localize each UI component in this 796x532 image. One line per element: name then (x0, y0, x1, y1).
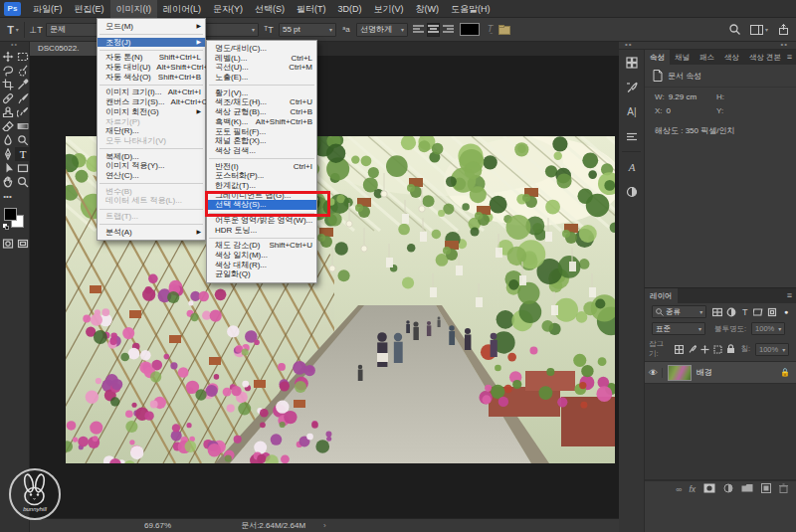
adjust-submenu-item-24[interactable]: 색상 대체(R)... (207, 261, 316, 270)
image-menu-item-13[interactable]: 모두 나타내기(V) (98, 136, 205, 146)
image-menu-item-0[interactable]: 모드(M)▶ (98, 22, 205, 32)
tab-layers[interactable]: 레이어 (645, 288, 678, 303)
link-layers-icon[interactable]: ∞ (676, 484, 681, 494)
menubar-item-9[interactable]: 창(W) (410, 0, 446, 18)
image-menu-item-24[interactable]: 분석(A)▶ (98, 228, 205, 238)
new-adjustment-layer-icon[interactable] (723, 483, 733, 495)
align-left-button[interactable] (412, 23, 425, 37)
menubar-item-6[interactable]: 필터(T) (291, 0, 332, 18)
image-menu-item-20[interactable]: 데이터 세트 적용(L)... (98, 196, 205, 206)
screen-mode-icon[interactable] (15, 237, 30, 251)
adjust-submenu-item-17[interactable]: 선택 색상(S)... (207, 200, 316, 210)
layer-thumbnail[interactable] (668, 365, 692, 381)
fill-select[interactable]: 100%▾ (755, 343, 789, 356)
zoom-tool[interactable] (15, 175, 30, 189)
default-colors-icon[interactable] (3, 224, 10, 231)
shape-tool[interactable] (15, 161, 30, 175)
image-menu-item-5[interactable]: 자동 대비(U)Alt+Shift+Ctrl+L (98, 63, 205, 73)
lock-pixels-icon[interactable] (687, 343, 697, 355)
tab-2-properties-group[interactable]: 패스 (695, 50, 719, 65)
image-menu-item-15[interactable]: 복제(D)... (98, 152, 205, 162)
adjust-submenu-item-8[interactable]: 흑백(K)...Alt+Shift+Ctrl+B (207, 117, 316, 127)
filter-pixel-layers-icon[interactable] (711, 306, 723, 318)
layers-panel-menu-icon[interactable]: ≡ (787, 288, 796, 303)
adjust-submenu-item-22[interactable]: 채도 감소(D)Shift+Ctrl+U (207, 241, 316, 251)
menubar-item-8[interactable]: 보기(V) (368, 0, 410, 18)
image-menu-item-19[interactable]: 변수(B) (98, 187, 205, 197)
history-brush-tool[interactable] (15, 105, 30, 119)
brush-settings-panel-icon[interactable] (619, 75, 645, 99)
x-value[interactable]: 0 (667, 106, 671, 115)
foreground-color-swatch[interactable] (4, 208, 17, 221)
blur-tool[interactable] (0, 133, 15, 147)
adjust-submenu-item-13[interactable]: 반전(I)Ctrl+I (207, 162, 316, 172)
layer-effects-icon[interactable]: fx (689, 484, 696, 494)
image-menu-item-11[interactable]: 자르기(P) (98, 117, 205, 127)
menubar-item-0[interactable]: 파일(F) (27, 0, 69, 18)
tab-1-properties-group[interactable]: 채널 (670, 50, 695, 65)
pen-tool[interactable] (0, 147, 15, 161)
align-center-button[interactable] (427, 23, 440, 37)
tab-0-properties-group[interactable]: 속성 (645, 50, 670, 65)
adjust-submenu-item-25[interactable]: 균일화(Q) (207, 269, 316, 279)
dock-grip[interactable]: •••• (619, 42, 796, 50)
lock-artboard-icon[interactable] (712, 343, 723, 355)
text-color-swatch[interactable] (460, 23, 480, 36)
quick-mask-icon[interactable] (0, 237, 15, 251)
marquee-tool[interactable] (15, 50, 30, 64)
filter-adjustment-layers-icon[interactable] (725, 306, 737, 318)
character-panel-icon[interactable]: A| (619, 99, 645, 124)
share-icon[interactable] (776, 21, 790, 39)
image-menu-item-17[interactable]: 연산(C)... (98, 171, 205, 181)
hand-tool[interactable] (0, 175, 15, 189)
new-layer-icon[interactable] (761, 483, 771, 495)
menubar-item-2[interactable]: 이미지(I) (110, 0, 158, 18)
adjust-submenu-item-3[interactable]: 노출(E)... (207, 73, 316, 83)
delete-layer-icon[interactable] (779, 483, 788, 495)
image-menu-item-8[interactable]: 이미지 크기(I)...Alt+Ctrl+I (98, 88, 205, 97)
zoom-level[interactable]: 69.67% (144, 521, 171, 530)
image-menu-item-12[interactable]: 재단(R)... (98, 126, 205, 136)
eyedropper-tool[interactable] (15, 78, 30, 91)
adjust-submenu-item-19[interactable]: 어두운 영역/밝은 영역(W)... (207, 216, 316, 226)
brush-tool[interactable] (15, 91, 30, 105)
warp-text-icon[interactable]: 𝑇̰ (484, 21, 498, 39)
lasso-tool[interactable] (0, 64, 15, 78)
adjustments-panel-icon[interactable] (619, 179, 645, 204)
lock-position-icon[interactable] (699, 343, 710, 355)
filter-toggle-icon[interactable]: ● (780, 306, 792, 318)
text-orientation-icon[interactable]: ⊥T (29, 21, 43, 39)
menubar-item-10[interactable]: 도움말(H) (445, 0, 497, 18)
search-icon[interactable] (728, 21, 742, 39)
menubar-item-1[interactable]: 편집(E) (69, 0, 110, 18)
tab-3-properties-group[interactable]: 색상 (719, 50, 744, 65)
adjust-submenu-item-20[interactable]: HDR 토닝... (207, 226, 316, 236)
move-tool[interactable] (0, 50, 15, 64)
status-chevron-icon[interactable]: › (323, 521, 326, 530)
adjust-submenu-item-23[interactable]: 색상 일치(M)... (207, 251, 316, 261)
image-menu-item-6[interactable]: 자동 색상(O)Shift+Ctrl+B (98, 73, 205, 83)
lock-all-icon[interactable] (725, 343, 736, 355)
quick-selection-tool[interactable] (15, 64, 30, 78)
menubar-item-3[interactable]: 레이어(L) (157, 0, 207, 18)
menubar-item-4[interactable]: 문자(Y) (207, 0, 249, 18)
resolution-value[interactable]: 해상도 : 350 픽셀/인치 (655, 125, 734, 136)
filter-shape-layers-icon[interactable] (753, 306, 765, 318)
adjust-submenu-item-15[interactable]: 한계값(T)... (207, 181, 316, 191)
opacity-select[interactable]: 100%▾ (751, 322, 785, 335)
tab-4-properties-group[interactable]: 색상 견본 (744, 50, 786, 65)
image-menu-item-4[interactable]: 자동 톤(N)Shift+Ctrl+L (98, 53, 205, 63)
blend-mode-select[interactable]: 표준▾ (652, 322, 705, 335)
image-menu-item-9[interactable]: 캔버스 크기(S)...Alt+Ctrl+C (98, 97, 205, 107)
swatches-panel-icon[interactable] (619, 50, 645, 75)
image-menu-item-22[interactable]: 트랩(T)... (98, 212, 205, 222)
workspace-switcher-icon[interactable]: ▾ (750, 21, 768, 39)
adjust-submenu-item-16[interactable]: 그레이디언트 맵(G)... (207, 191, 316, 201)
new-group-icon[interactable] (741, 483, 753, 494)
image-menu-item-2[interactable]: 조정(J)▶ (98, 38, 205, 48)
filter-smart-objects-icon[interactable] (766, 306, 778, 318)
adjust-submenu-item-7[interactable]: 색상 균형(B)...Ctrl+B (207, 107, 316, 117)
toggle-panels-icon[interactable] (498, 21, 511, 39)
glyphs-panel-icon[interactable]: A (619, 154, 645, 179)
eraser-tool[interactable] (0, 119, 15, 133)
